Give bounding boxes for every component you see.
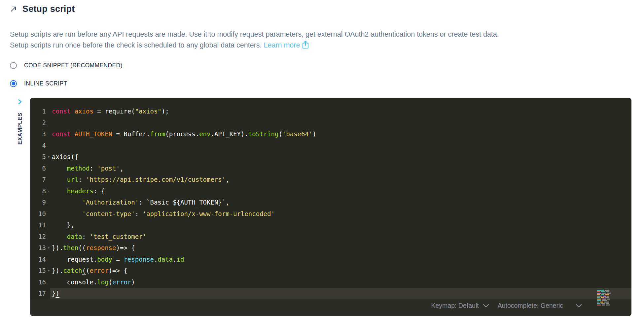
code-line[interactable]: 11 },: [30, 219, 631, 231]
autocomplete-label: Autocomplete: Generic: [498, 302, 563, 309]
editor-statusbar: Keymap: Default Autocomplete: Generic: [30, 299, 631, 316]
code-line[interactable]: 15▾}).catch((error)=> {: [30, 265, 631, 276]
code-line-text[interactable]: [50, 140, 631, 151]
code-line-text[interactable]: }).then((response)=> {: [50, 242, 631, 254]
line-number: 2: [30, 117, 50, 129]
option-code-snippet[interactable]: CODE SNIPPET (RECOMMENDED): [10, 61, 634, 70]
line-number: 14: [30, 254, 50, 265]
code-line[interactable]: 13▾}).then((response)=> {: [30, 242, 631, 254]
line-number: 7: [30, 174, 50, 185]
section-description: Setup scripts are run before any API req…: [10, 29, 634, 51]
line-number: 15▾: [30, 265, 50, 276]
code-line-text[interactable]: request.body = response.data.id: [50, 254, 631, 265]
examples-tab-label[interactable]: EXAMPLES: [17, 113, 23, 145]
autocomplete-select[interactable]: Autocomplete: Generic: [498, 302, 582, 309]
code-line-text[interactable]: url: 'https://api.stripe.com/v1/customer…: [50, 174, 631, 185]
line-number: 11: [30, 219, 50, 231]
code-line-text[interactable]: }): [50, 288, 631, 299]
keymap-label: Keymap: Default: [431, 302, 479, 309]
radio-selected-icon[interactable]: [10, 80, 17, 87]
option-code-snippet-label: CODE SNIPPET (RECOMMENDED): [24, 62, 123, 69]
code-line[interactable]: 7 url: 'https://api.stripe.com/v1/custom…: [30, 174, 631, 185]
code-line[interactable]: 5▾axios({: [30, 151, 631, 163]
fold-arrow-icon[interactable]: ▾: [48, 151, 50, 163]
code-line-text[interactable]: 'content-type': 'application/x-www-form-…: [50, 208, 631, 220]
examples-expand-chevron-icon[interactable]: [17, 99, 23, 105]
description-line-2: Setup scripts run once before the check …: [10, 40, 634, 51]
examples-tab: EXAMPLES: [10, 98, 30, 316]
line-number: 16: [30, 276, 50, 288]
learn-more-link[interactable]: Learn more: [264, 41, 300, 49]
editor-resize-handle-icon[interactable]: [597, 290, 612, 306]
code-line-text[interactable]: },: [50, 219, 631, 231]
code-line-text[interactable]: const axios = require("axios");: [50, 106, 631, 117]
code-line-text[interactable]: data: 'test_customer': [50, 231, 631, 242]
code-line[interactable]: 2: [30, 117, 631, 129]
section-header: Setup script: [10, 3, 634, 15]
line-number: 9: [30, 197, 50, 208]
line-number: 12: [30, 231, 50, 242]
code-line-text[interactable]: 'Authorization': `Basic ${AUTH_TOKEN}`,: [50, 197, 631, 208]
line-number: 5▾: [30, 151, 50, 163]
fold-arrow-icon[interactable]: ▾: [48, 186, 50, 197]
chevron-down-icon[interactable]: [483, 304, 489, 308]
code-line[interactable]: 12 data: 'test_customer': [30, 231, 631, 242]
description-line-2-text: Setup scripts run once before the check …: [10, 41, 262, 49]
code-line-text[interactable]: headers: {: [50, 185, 631, 197]
keymap-select[interactable]: Keymap: Default: [431, 302, 489, 309]
code-line-text[interactable]: console.log(error): [50, 276, 631, 288]
external-link-icon[interactable]: [302, 40, 309, 49]
line-number: 10: [30, 208, 50, 220]
page-title: Setup script: [22, 4, 75, 14]
code-line[interactable]: 14 request.body = response.data.id: [30, 254, 631, 265]
code-lines: 1const axios = require("axios");23const …: [30, 98, 631, 299]
code-line-text[interactable]: }).catch((error)=> {: [50, 265, 631, 276]
radio-unselected-icon[interactable]: [10, 62, 17, 69]
code-editor[interactable]: 1const axios = require("axios");23const …: [30, 98, 631, 316]
line-number: 4: [30, 140, 50, 151]
code-line[interactable]: 16 console.log(error): [30, 276, 631, 288]
line-number: 1: [30, 106, 50, 117]
description-line-1: Setup scripts are run before any API req…: [10, 29, 634, 40]
line-number: 3: [30, 128, 50, 140]
expand-arrow-icon[interactable]: [10, 5, 17, 13]
code-line[interactable]: 6 method: 'post',: [30, 163, 631, 174]
option-inline-script-label: INLINE SCRIPT: [24, 80, 67, 87]
script-type-options: CODE SNIPPET (RECOMMENDED) INLINE SCRIPT: [10, 61, 634, 88]
editor-settings-row: Keymap: Default Autocomplete: Generic: [431, 302, 582, 309]
code-line[interactable]: 3const AUTH_TOKEN = Buffer.from(process.…: [30, 128, 631, 140]
fold-arrow-icon[interactable]: ▾: [48, 242, 50, 254]
code-line[interactable]: 10 'content-type': 'application/x-www-fo…: [30, 208, 631, 220]
code-line[interactable]: 1const axios = require("axios");: [30, 106, 631, 117]
setup-script-section: Setup script Setup scripts are run befor…: [0, 3, 644, 322]
chevron-down-icon[interactable]: [576, 304, 582, 308]
code-line-text[interactable]: method: 'post',: [50, 163, 631, 174]
line-number: 13▾: [30, 242, 50, 254]
line-number: 8▾: [30, 185, 50, 197]
fold-arrow-icon[interactable]: ▾: [48, 265, 50, 277]
code-line[interactable]: 9 'Authorization': `Basic ${AUTH_TOKEN}`…: [30, 197, 631, 208]
line-number: 6: [30, 163, 50, 174]
code-line[interactable]: 4: [30, 140, 631, 151]
editor-region: EXAMPLES 1const axios = require("axios")…: [10, 98, 634, 316]
option-inline-script[interactable]: INLINE SCRIPT: [10, 79, 634, 88]
line-number: 17: [30, 288, 50, 299]
code-line-text[interactable]: [50, 117, 631, 129]
code-line[interactable]: 17}): [30, 288, 631, 299]
code-line-text[interactable]: const AUTH_TOKEN = Buffer.from(process.e…: [50, 128, 631, 140]
code-line-text[interactable]: axios({: [50, 151, 631, 163]
code-line[interactable]: 8▾ headers: {: [30, 185, 631, 197]
